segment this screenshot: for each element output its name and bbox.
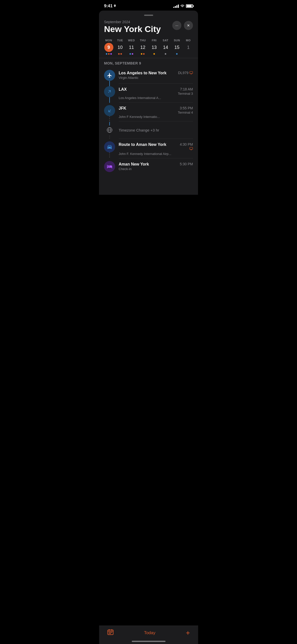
day-number: 13 bbox=[150, 43, 159, 52]
day-name: MON bbox=[105, 39, 112, 42]
event-item-lax[interactable]: LAX7:18 AMTerminal 3Los Angeles Internat… bbox=[99, 84, 198, 102]
event-timeline bbox=[104, 161, 115, 172]
day-col-9[interactable]: MON9 bbox=[103, 39, 114, 55]
day-name: FRI bbox=[152, 39, 156, 42]
status-time: 9:41 bbox=[104, 4, 116, 9]
event-item-route[interactable]: Route to Aman New York4:30 PMJohn F. Ken… bbox=[99, 139, 198, 158]
day-dots bbox=[153, 53, 155, 55]
event-timeline bbox=[104, 105, 115, 116]
event-item-hotel[interactable]: Aman New York5:30 PMCheck-in bbox=[99, 158, 198, 175]
event-icon bbox=[104, 161, 115, 172]
event-timeline bbox=[104, 86, 115, 97]
day-col-13[interactable]: FRI13 bbox=[149, 39, 160, 55]
status-icons bbox=[173, 4, 193, 8]
day-dots bbox=[129, 53, 133, 55]
event-icon bbox=[104, 141, 115, 152]
event-subtitle: Los Angeles International A... bbox=[119, 96, 193, 100]
signal-bars bbox=[173, 5, 179, 8]
events-list: Los Angeles to New YorkDL979 Virgin Atla… bbox=[99, 67, 198, 195]
terminal-label: Terminal 4 bbox=[178, 111, 193, 114]
event-title: Route to Aman New York bbox=[119, 142, 166, 147]
day-col-10[interactable]: TUE10 bbox=[114, 39, 126, 55]
event-content: Los Angeles to New YorkDL979 Virgin Atla… bbox=[119, 70, 193, 80]
day-dots bbox=[118, 53, 122, 55]
svg-rect-0 bbox=[190, 72, 193, 74]
timezone-text: Timezone Change +3 hr bbox=[119, 128, 159, 132]
event-subtitle: Virgin Atlantic bbox=[119, 76, 193, 80]
event-right: 7:18 AMTerminal 3 bbox=[178, 87, 193, 95]
badge-icon bbox=[189, 147, 193, 151]
event-time: 4:30 PM bbox=[180, 142, 193, 146]
event-icon bbox=[104, 70, 115, 81]
header-title: New York City bbox=[104, 24, 161, 34]
event-right: 3:55 PMTerminal 4 bbox=[178, 106, 193, 114]
day-name: TUE bbox=[117, 39, 123, 42]
day-dots bbox=[165, 53, 166, 55]
svg-rect-4 bbox=[190, 147, 193, 149]
day-col-14[interactable]: SAT14 bbox=[160, 39, 171, 55]
event-item-jfk[interactable]: JFK3:55 PMTerminal 4John F Kennedy Inter… bbox=[99, 103, 198, 121]
day-name: MO bbox=[186, 39, 191, 42]
time-display: 9:41 bbox=[104, 4, 113, 9]
day-dots bbox=[106, 53, 112, 55]
day-name: THU bbox=[140, 39, 146, 42]
header-subtitle: September 2024 bbox=[104, 20, 161, 24]
globe-icon bbox=[104, 124, 115, 136]
flight-badge: DL979 bbox=[178, 71, 193, 75]
day-number: 9 bbox=[104, 43, 113, 52]
day-number: 11 bbox=[127, 43, 136, 52]
event-content: LAX7:18 AMTerminal 3Los Angeles Internat… bbox=[119, 86, 193, 100]
day-number: 10 bbox=[116, 43, 125, 52]
day-dots bbox=[141, 53, 145, 55]
day-name: SUN bbox=[174, 39, 180, 42]
event-content: Route to Aman New York4:30 PMJohn F. Ken… bbox=[119, 141, 193, 156]
wifi-icon bbox=[180, 5, 184, 8]
event-timeline bbox=[104, 70, 115, 81]
more-button[interactable]: ··· bbox=[172, 21, 181, 30]
date-section-header: MON, SEPTEMBER 9 bbox=[99, 58, 198, 67]
day-col-15[interactable]: SUN15 bbox=[171, 39, 183, 55]
day-number: 14 bbox=[161, 43, 170, 52]
day-dots bbox=[176, 53, 178, 55]
event-time: 3:55 PM bbox=[180, 106, 193, 110]
day-col-1[interactable]: MO1 bbox=[183, 39, 194, 55]
event-icon bbox=[104, 86, 115, 97]
day-col-12[interactable]: THU12 bbox=[137, 39, 148, 55]
event-right: 4:30 PM bbox=[180, 142, 193, 151]
event-time: 5:30 PM bbox=[180, 162, 193, 166]
event-right: 5:30 PM bbox=[180, 162, 193, 166]
event-title: Los Angeles to New York bbox=[119, 71, 167, 75]
event-content: JFK3:55 PMTerminal 4John F Kennedy Inter… bbox=[119, 105, 193, 119]
close-button[interactable]: ✕ bbox=[184, 21, 193, 30]
battery-icon bbox=[186, 4, 193, 8]
event-title: JFK bbox=[119, 106, 126, 111]
location-icon bbox=[114, 5, 116, 8]
event-subtitle: John F. Kennedy International Airp... bbox=[119, 152, 193, 156]
event-timeline bbox=[104, 141, 115, 152]
day-col-11[interactable]: WED11 bbox=[126, 39, 137, 55]
trip-header: September 2024 New York City ··· ✕ bbox=[99, 16, 198, 37]
terminal-label: Terminal 3 bbox=[178, 92, 193, 95]
event-subtitle: John F Kennedy Internatio... bbox=[119, 115, 193, 119]
event-subtitle: Check-in bbox=[119, 167, 193, 171]
day-name: WED bbox=[128, 39, 135, 42]
day-number: 12 bbox=[138, 43, 147, 52]
event-icon bbox=[104, 105, 115, 116]
day-name: SAT bbox=[163, 39, 169, 42]
event-item-flight[interactable]: Los Angeles to New YorkDL979 Virgin Atla… bbox=[99, 67, 198, 83]
event-right: DL979 bbox=[178, 71, 193, 75]
calendar-week: MON9TUE10WED11THU12FRI13SAT14SUN15MO1 bbox=[99, 37, 198, 58]
event-title: Aman New York bbox=[119, 162, 149, 167]
event-time: 7:18 AM bbox=[180, 87, 193, 91]
timezone-event: Timezone Change +3 hr bbox=[99, 121, 198, 139]
day-number: 1 bbox=[184, 43, 193, 52]
event-title: LAX bbox=[119, 87, 127, 92]
day-number: 15 bbox=[172, 43, 181, 52]
status-bar: 9:41 bbox=[99, 0, 198, 11]
event-content: Aman New York5:30 PMCheck-in bbox=[119, 161, 193, 171]
